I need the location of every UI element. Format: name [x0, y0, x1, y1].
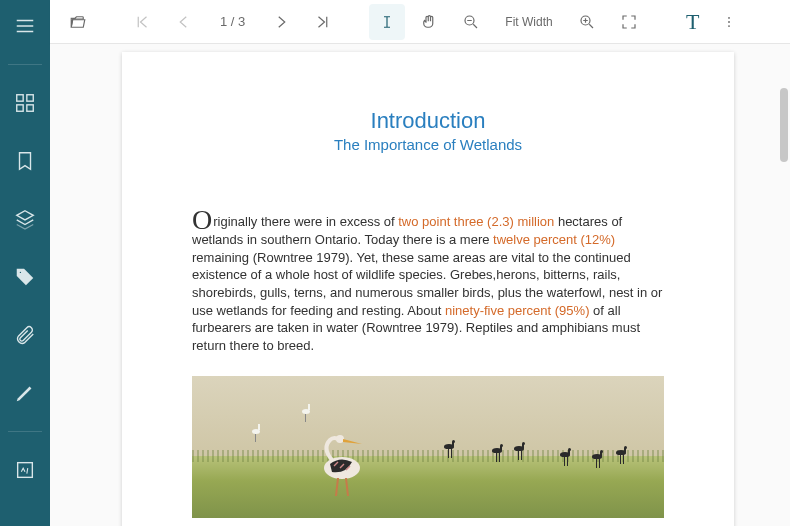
svg-rect-0	[17, 95, 23, 101]
scrollbar-thumb[interactable]	[780, 88, 788, 162]
more-icon	[722, 15, 736, 29]
zoom-out-button[interactable]	[453, 4, 489, 40]
thumbnails-icon	[14, 92, 36, 114]
svg-rect-3	[27, 105, 33, 111]
egret-bird	[250, 424, 264, 442]
last-page-button[interactable]	[305, 4, 341, 40]
egret-bird	[300, 404, 314, 422]
bookmarks-button[interactable]	[5, 141, 45, 181]
wader-bird	[442, 440, 458, 460]
next-page-button[interactable]	[263, 4, 299, 40]
text-select-icon	[378, 13, 396, 31]
wader-bird	[590, 450, 606, 470]
highlight: ninety-five percent (95%)	[445, 303, 590, 318]
dropcap: O	[192, 204, 213, 235]
highlight: twelve percent (12%)	[493, 232, 615, 247]
divider	[8, 431, 42, 432]
menu-button[interactable]	[5, 6, 45, 46]
document-viewer[interactable]: Introduction The Importance of Wetlands …	[50, 44, 790, 526]
prev-page-button[interactable]	[166, 4, 202, 40]
highlight: two point three (2.3) million	[398, 214, 554, 229]
zoom-mode-label[interactable]: Fit Width	[495, 15, 562, 29]
zoom-in-button[interactable]	[569, 4, 605, 40]
wader-bird	[490, 444, 506, 464]
svg-point-8	[728, 16, 730, 18]
svg-point-9	[728, 21, 730, 23]
body-paragraph: Originally there were in excess of two p…	[192, 209, 664, 354]
tags-button[interactable]	[5, 257, 45, 297]
prev-page-icon	[175, 13, 193, 31]
fullscreen-button[interactable]	[611, 4, 647, 40]
stork-bird	[312, 430, 392, 500]
thumbnails-button[interactable]	[5, 83, 45, 123]
divider	[8, 64, 42, 65]
pencil-icon	[14, 382, 36, 404]
zoom-in-icon	[578, 13, 596, 31]
zoom-out-icon	[462, 13, 480, 31]
fullscreen-icon	[620, 13, 638, 31]
layers-button[interactable]	[5, 199, 45, 239]
next-page-icon	[272, 13, 290, 31]
sign-button[interactable]	[5, 450, 45, 490]
folder-open-icon	[69, 13, 87, 31]
wader-bird	[614, 446, 630, 466]
text-select-button[interactable]	[369, 4, 405, 40]
pan-hand-icon	[420, 13, 438, 31]
first-page-icon	[133, 13, 151, 31]
attachments-button[interactable]	[5, 315, 45, 355]
wader-bird	[558, 448, 574, 468]
svg-rect-1	[27, 95, 33, 101]
last-page-icon	[314, 13, 332, 31]
sign-icon	[14, 459, 36, 481]
svg-rect-5	[18, 463, 33, 478]
svg-point-12	[336, 435, 344, 443]
page-title: Introduction	[192, 108, 664, 134]
tag-icon	[14, 266, 36, 288]
wader-bird	[512, 442, 528, 462]
page-subtitle: The Importance of Wetlands	[192, 136, 664, 153]
bookmark-icon	[14, 150, 36, 172]
more-button[interactable]	[717, 4, 741, 40]
wetland-figure	[192, 376, 664, 518]
menu-icon	[14, 15, 36, 37]
pan-button[interactable]	[411, 4, 447, 40]
sidebar	[0, 0, 50, 526]
attachment-icon	[14, 324, 36, 346]
page-indicator[interactable]: 1 / 3	[208, 14, 257, 29]
open-file-button[interactable]	[60, 4, 96, 40]
edit-button[interactable]	[5, 373, 45, 413]
text-tool-button[interactable]: T	[675, 9, 711, 35]
svg-rect-2	[17, 105, 23, 111]
toolbar: 1 / 3 Fit Width	[50, 0, 790, 44]
main-area: 1 / 3 Fit Width	[50, 0, 790, 526]
first-page-button[interactable]	[124, 4, 160, 40]
svg-point-4	[19, 271, 22, 274]
svg-point-10	[728, 25, 730, 27]
layers-icon	[14, 208, 36, 230]
page: Introduction The Importance of Wetlands …	[122, 52, 734, 526]
